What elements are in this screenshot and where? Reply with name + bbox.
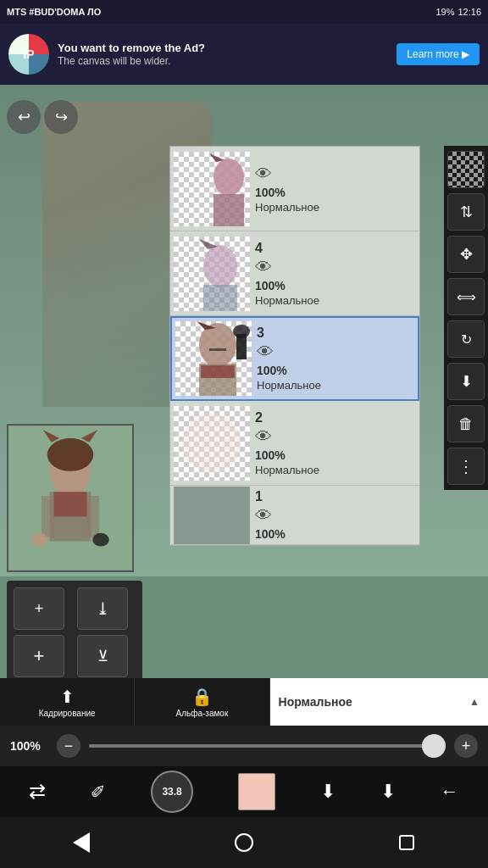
checker-button[interactable] bbox=[447, 151, 485, 188]
delete-layer-button[interactable]: 🗑 bbox=[447, 405, 485, 442]
svg-rect-10 bbox=[54, 492, 87, 516]
back-nav-button[interactable] bbox=[56, 826, 107, 860]
ad-banner: IP You want to remove the Ad? The canvas… bbox=[0, 24, 488, 85]
add-effect-button[interactable]: + bbox=[14, 635, 64, 677]
zoom-slider-fill bbox=[89, 744, 446, 748]
redo-button[interactable]: ↪ bbox=[44, 100, 78, 134]
layer-number-2: 2 bbox=[255, 410, 263, 426]
layer-visibility-2[interactable]: 👁 bbox=[255, 427, 272, 447]
rotate-button[interactable]: ↻ bbox=[447, 320, 485, 358]
layer-mode-2: Нормальное bbox=[255, 464, 319, 476]
layer-mode-4: Нормальное bbox=[255, 294, 319, 307]
more-options-button[interactable]: ⋮ bbox=[447, 448, 485, 485]
layer-thumbnail-4 bbox=[174, 236, 250, 311]
layer-thumbnail-1b bbox=[174, 487, 250, 544]
learn-more-button[interactable]: Learn more ▶ bbox=[396, 43, 480, 65]
flip-horizontal-button[interactable]: ⟺ bbox=[447, 278, 485, 315]
back-icon: ← bbox=[440, 781, 458, 803]
download-tool[interactable]: ⬇ bbox=[320, 781, 336, 803]
svg-marker-13 bbox=[209, 153, 225, 162]
brush-icon: ✏ bbox=[86, 778, 112, 804]
next-frame-tool[interactable]: ⬇ bbox=[380, 781, 396, 803]
blend-mode-selector[interactable]: Нормальное ▲ bbox=[270, 678, 488, 726]
transform-draw-icon: ⇄ bbox=[29, 780, 46, 804]
layer-visibility-1b[interactable]: 👁 bbox=[255, 506, 272, 526]
flip-layer-button[interactable]: ⇅ bbox=[447, 193, 485, 231]
layer-1-art bbox=[174, 152, 250, 226]
layer-item-2[interactable]: 2 👁 100% Нормальное bbox=[170, 401, 419, 486]
time-battery: 19% 12:16 bbox=[435, 7, 481, 17]
back-tool[interactable]: ← bbox=[440, 781, 458, 803]
layer-info-1: 👁 100% Нормальное bbox=[255, 164, 416, 214]
zoom-slider-track[interactable] bbox=[89, 744, 446, 748]
svg-point-7 bbox=[47, 438, 94, 471]
add-effect-icon: + bbox=[34, 645, 45, 667]
svg-rect-14 bbox=[214, 194, 244, 226]
layer-opacity-3: 100% bbox=[257, 364, 287, 377]
svg-point-16 bbox=[203, 245, 237, 287]
resize-button[interactable]: ⬇ bbox=[447, 363, 485, 400]
add-layer-button[interactable]: + bbox=[14, 587, 64, 630]
crop-tool[interactable]: ⬆ Кадрирование bbox=[0, 678, 135, 726]
layer-3-art bbox=[175, 321, 252, 396]
undo-redo-group: ↩ ↪ bbox=[0, 93, 85, 141]
home-nav-button[interactable] bbox=[219, 826, 269, 860]
bottom-toolbar: ⬆ Кадрирование 🔒 Альфа-замок Нормальное … bbox=[0, 678, 488, 726]
checker-bg-2 bbox=[174, 406, 250, 481]
add-icon: + bbox=[35, 600, 44, 618]
alpha-lock-label: Альфа-замок bbox=[176, 709, 229, 718]
svg-point-24 bbox=[233, 325, 250, 338]
layer-opacity-1: 100% bbox=[255, 186, 286, 199]
zoom-bar: 100% − + bbox=[0, 726, 488, 766]
layer-info-1b: 1 👁 100% bbox=[255, 489, 416, 541]
svg-rect-25 bbox=[209, 348, 226, 351]
blend-mode-arrow: ▲ bbox=[469, 696, 480, 708]
next-frame-icon: ⬇ bbox=[380, 781, 396, 803]
nav-bar bbox=[0, 817, 488, 868]
ad-text: You want to remove the Ad? The canvas wi… bbox=[58, 42, 396, 67]
layer-item[interactable]: 👁 100% Нормальное bbox=[170, 147, 419, 231]
layer-visibility-4[interactable]: 👁 bbox=[255, 258, 272, 277]
status-bar: MTS #BUD'DOMA ЛО 19% 12:16 bbox=[0, 0, 488, 24]
thumbnail-preview bbox=[7, 424, 134, 572]
zoom-minus-button[interactable]: − bbox=[57, 734, 80, 758]
undo-button[interactable]: ↩ bbox=[7, 100, 41, 134]
alpha-lock-tool[interactable]: 🔒 Альфа-замок bbox=[135, 678, 269, 726]
recent-nav-icon bbox=[399, 835, 414, 850]
brush-size-indicator[interactable]: 33.8 bbox=[151, 771, 193, 813]
zoom-slider-thumb[interactable] bbox=[422, 734, 446, 758]
flatten-button[interactable]: ⊻ bbox=[77, 635, 128, 677]
svg-rect-4 bbox=[86, 496, 99, 537]
layer-opacity-1b: 100% bbox=[255, 527, 286, 541]
ad-subtitle: The canvas will be wider. bbox=[58, 55, 396, 67]
zoom-plus-button[interactable]: + bbox=[454, 734, 478, 758]
layer-thumbnail-2 bbox=[174, 406, 250, 481]
transform-draw-tool[interactable]: ⇄ bbox=[29, 780, 46, 804]
layers-panel: 👁 100% Нормальное 4 👁 100% Нормальное bbox=[169, 146, 420, 546]
svg-point-6 bbox=[92, 533, 108, 547]
blend-mode-value: Нормальное bbox=[279, 695, 352, 709]
crop-icon: ⬆ bbox=[60, 687, 75, 707]
layer-visibility-3[interactable]: 👁 bbox=[257, 342, 274, 362]
svg-point-28 bbox=[182, 414, 241, 473]
layer-item-4[interactable]: 4 👁 100% Нормальное bbox=[170, 231, 419, 316]
checker-bg-1 bbox=[174, 152, 250, 226]
layer-opacity-2: 100% bbox=[255, 448, 286, 462]
layer-2-art bbox=[174, 406, 250, 481]
transform-button[interactable]: ✥ bbox=[447, 236, 485, 273]
color-swatch[interactable] bbox=[238, 773, 275, 810]
brush-tool[interactable]: ✏ bbox=[91, 781, 106, 803]
layer-item-3[interactable]: 3 👁 100% Нормальное bbox=[170, 316, 419, 401]
merge-down-button[interactable]: ⤓ bbox=[77, 587, 128, 630]
merge-icon: ⤓ bbox=[96, 598, 110, 619]
recent-nav-button[interactable] bbox=[381, 826, 432, 860]
layer-mode-1: Нормальное bbox=[255, 201, 319, 214]
svg-point-20 bbox=[199, 323, 236, 367]
download-icon: ⬇ bbox=[320, 781, 336, 803]
back-nav-icon bbox=[73, 832, 90, 853]
layer-visibility-1[interactable]: 👁 bbox=[255, 164, 272, 184]
ad-title: You want to remove the Ad? bbox=[58, 42, 396, 55]
layer-item-1[interactable]: 1 👁 100% bbox=[170, 486, 419, 545]
ad-logo: IP bbox=[8, 34, 49, 75]
layer-mode-3: Нормальное bbox=[257, 379, 321, 392]
